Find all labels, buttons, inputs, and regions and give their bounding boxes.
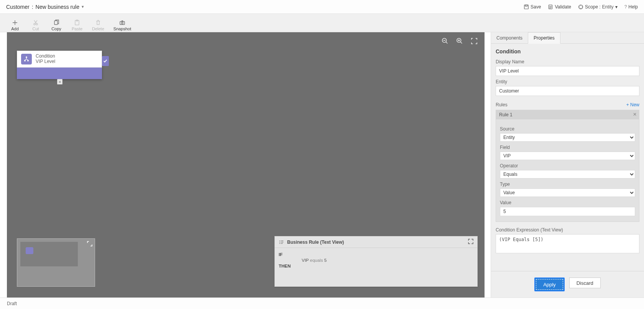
source-select[interactable]: Entity [500, 133, 635, 142]
rules-header: Rules + New [496, 102, 639, 107]
zoom-out-icon[interactable] [442, 38, 449, 45]
svg-rect-1 [525, 5, 527, 6]
field-label: Field [500, 145, 635, 150]
chevron-down-icon: ▾ [615, 4, 618, 10]
scope-icon [578, 4, 583, 10]
tab-properties[interactable]: Properties [528, 32, 560, 44]
node-header[interactable]: Condition VIP Level [17, 51, 102, 68]
top-header: Customer: New business rule ▾ Save Valid… [0, 0, 644, 14]
chevron-down-icon[interactable]: ▾ [82, 4, 84, 9]
new-rule-button[interactable]: + New [626, 102, 639, 107]
fit-screen-icon[interactable] [471, 38, 478, 45]
panel-footer: Apply Discard [491, 271, 644, 297]
expr-field: VIP [302, 258, 309, 263]
section-title: Condition [496, 48, 639, 55]
scope-selector[interactable]: Scope : Entity ▾ [578, 4, 618, 10]
text-view-panel: Business Rule (Text View) IF VIP equals … [274, 236, 478, 287]
svg-point-13 [26, 56, 27, 58]
discard-button[interactable]: Discard [569, 278, 601, 288]
type-select[interactable]: Value [500, 188, 635, 197]
entity-name: Customer [6, 4, 30, 10]
cut-button[interactable]: Cut [30, 20, 41, 31]
value-label: Value [500, 200, 635, 205]
expr-val: 5 [324, 258, 327, 263]
if-expression: VIP equals 5 [302, 258, 473, 263]
text-view-icon [279, 240, 284, 245]
help-icon: ? [624, 4, 627, 10]
canvas-wrapper: Condition VIP Level ✕ [0, 32, 491, 297]
page-title[interactable]: Customer: New business rule ▾ [6, 4, 84, 10]
source-label: Source [500, 126, 635, 132]
toolbar: Add Cut Copy Paste Delete Snapshot [0, 14, 644, 32]
save-icon [524, 4, 529, 10]
cut-icon [33, 20, 39, 26]
value-input[interactable] [500, 207, 635, 216]
top-actions: Save Validate Scope : Entity ▾ ? Help [524, 4, 638, 10]
svg-point-5 [36, 23, 38, 25]
field-select[interactable]: VIP [500, 152, 635, 160]
rules-label: Rules [496, 102, 508, 107]
operator-select[interactable]: Equals [500, 170, 635, 178]
rule-title: Rule 1 [499, 112, 513, 117]
expression-label: Condition Expression (Text View) [496, 227, 639, 233]
node-true-connector[interactable] [102, 56, 109, 66]
minimap-node [26, 247, 33, 254]
snapshot-button[interactable]: Snapshot [113, 20, 131, 31]
main-area: Condition VIP Level ✕ [0, 32, 644, 297]
zoom-in-icon[interactable] [456, 38, 463, 45]
properties-body: Condition Display Name Entity Rules + Ne… [491, 44, 644, 271]
add-button[interactable]: Add [9, 20, 21, 31]
display-name-input[interactable] [496, 66, 639, 76]
copy-label: Copy [51, 26, 61, 31]
status-text: Draft [7, 301, 17, 306]
type-label: Type [500, 182, 635, 187]
apply-button[interactable]: Apply [536, 279, 563, 290]
delete-button[interactable]: Delete [92, 20, 104, 31]
paste-button[interactable]: Paste [71, 20, 83, 31]
status-bar: Draft [0, 297, 644, 309]
copy-icon [53, 20, 59, 26]
add-label: Add [11, 26, 19, 31]
node-body[interactable] [17, 68, 102, 79]
cut-label: Cut [32, 26, 39, 31]
condition-node[interactable]: Condition VIP Level ✕ [17, 51, 102, 79]
condition-icon [21, 54, 32, 64]
text-view-body: IF VIP equals 5 THEN [275, 248, 477, 273]
validate-label: Validate [555, 4, 571, 10]
properties-panel: Components Properties Condition Display … [491, 32, 644, 297]
rule-name: New business rule [36, 4, 79, 10]
camera-icon [119, 20, 125, 26]
validate-button[interactable]: Validate [548, 4, 571, 10]
entity-label: Entity [496, 79, 639, 84]
then-keyword: THEN [279, 264, 291, 268]
operator-label: Operator [500, 163, 635, 169]
validate-icon [548, 4, 553, 10]
expr-op: equals [310, 258, 323, 263]
display-name-label: Display Name [496, 59, 639, 64]
paste-label: Paste [72, 26, 82, 31]
entity-input[interactable] [496, 86, 639, 96]
minimap-expand[interactable] [87, 241, 92, 246]
design-canvas[interactable]: Condition VIP Level ✕ [7, 32, 485, 297]
node-false-connector[interactable]: ✕ [57, 79, 62, 84]
help-button[interactable]: ? Help [624, 4, 638, 10]
svg-point-10 [122, 22, 123, 24]
copy-button[interactable]: Copy [51, 20, 62, 31]
rule-header[interactable]: Rule 1 ✕ [496, 110, 639, 119]
if-keyword: IF [279, 252, 283, 257]
apply-highlight: Apply [534, 278, 565, 291]
save-button[interactable]: Save [524, 4, 541, 10]
rule-close-icon[interactable]: ✕ [633, 112, 637, 117]
minimap-viewport[interactable] [20, 242, 78, 266]
delete-icon [95, 20, 101, 26]
text-view-title: Business Rule (Text View) [287, 240, 344, 245]
svg-rect-0 [524, 5, 529, 9]
tabs: Components Properties [491, 32, 644, 44]
zoom-controls [442, 38, 478, 45]
maximize-button[interactable] [468, 239, 473, 245]
paste-icon [74, 20, 80, 26]
expression-textarea[interactable] [496, 234, 639, 253]
minimap[interactable] [17, 238, 95, 287]
node-name: VIP Level [36, 59, 55, 64]
tab-components[interactable]: Components [491, 32, 528, 43]
